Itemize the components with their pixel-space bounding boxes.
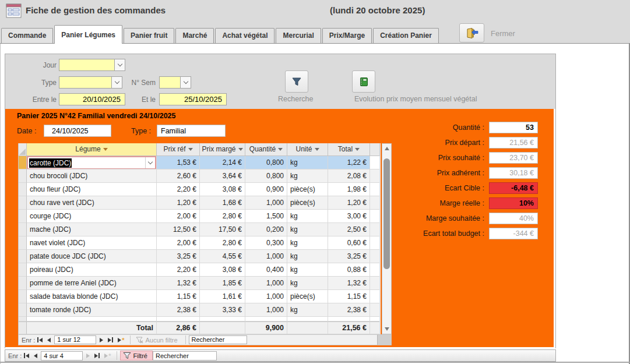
table-row[interactable]: mache (JDC)12,50 €17,50 €0,200kg2,50 € (19, 223, 381, 236)
cell-prix-marge[interactable]: 2,80 € (200, 236, 245, 250)
cell-prix-marge[interactable]: 3,33 € (200, 303, 245, 317)
row-selector[interactable] (19, 290, 27, 303)
column-dropdown-icon[interactable] (238, 148, 243, 151)
type-dropdown-button[interactable] (111, 77, 122, 88)
table-row[interactable]: chou brocoli (JDC)2,60 €3,64 €0,800kg2,0… (19, 169, 381, 183)
cell-prix-marge[interactable]: 17,50 € (200, 223, 245, 236)
cell-prix-ref[interactable]: 2,20 € (157, 183, 200, 196)
cell-prix-ref[interactable]: 2,38 € (157, 303, 200, 317)
cell-legume[interactable]: pomme de terre Aniel (JDC) (27, 277, 157, 290)
cell-prix-ref[interactable]: 3,25 € (157, 250, 200, 263)
type-field[interactable]: Familial (157, 125, 226, 137)
cell-prix-marge[interactable]: 3,64 € (200, 169, 245, 183)
cell-prix-marge[interactable]: 2,14 € (200, 156, 245, 169)
cell-unite[interactable]: kg (287, 250, 328, 263)
tab-mercurial[interactable]: Mercurial (276, 28, 321, 43)
summary-value[interactable]: -6,48 € (489, 182, 538, 194)
entre-le-date-field[interactable]: 20/10/2025 (59, 93, 125, 105)
cell-unite[interactable]: kg (287, 210, 328, 223)
cell-unite[interactable]: kg (287, 303, 328, 317)
column-header-4[interactable]: Quantité (245, 143, 287, 156)
table-row[interactable]: pomme de terre Aniel (JDC)1,32 €1,85 €1,… (19, 277, 381, 290)
column-header-1[interactable]: Légume (27, 143, 157, 156)
next-record-button[interactable] (100, 338, 103, 342)
cell-legume[interactable]: mache (JDC) (27, 223, 157, 236)
cell-legume[interactable]: patate douce JDC (JDC) (27, 250, 157, 263)
row-selector[interactable] (19, 210, 27, 223)
sem-combobox[interactable] (159, 76, 191, 89)
cell-legume[interactable]: courge (JDC) (27, 210, 157, 223)
tab-achat-v-g-tal[interactable]: Achat végétal (215, 28, 274, 43)
cell-quantite[interactable]: 0,400 (245, 263, 287, 277)
scroll-down-arrow[interactable] (382, 324, 391, 334)
table-row[interactable]: tomate ronde (JDC)2,38 €3,33 €1,000kg2,3… (19, 303, 381, 317)
cell-unite[interactable]: kg (287, 236, 328, 250)
column-dropdown-icon[interactable] (315, 148, 319, 151)
cell-unite[interactable]: kg (287, 263, 328, 277)
row-selector[interactable] (19, 236, 27, 250)
row-selector[interactable] (19, 263, 27, 277)
cell-legume[interactable]: chou brocoli (JDC) (27, 169, 157, 183)
cell-prix-marge[interactable]: 3,08 € (200, 263, 245, 277)
summary-value[interactable]: 30,18 € (489, 167, 538, 179)
cell-unite[interactable]: kg (287, 156, 328, 169)
form-search-input[interactable]: Rechercher (153, 351, 217, 361)
column-header-2[interactable]: Prix réf (157, 143, 200, 156)
cell-unite[interactable]: pièce(s) (287, 183, 328, 196)
legume-dropdown-button[interactable] (145, 157, 155, 168)
row-selector[interactable] (19, 169, 27, 183)
column-header-5[interactable]: Unité (287, 143, 328, 156)
et-le-date-field[interactable]: 25/10/2025 (159, 93, 227, 105)
cell-total[interactable]: 0,88 € (328, 263, 370, 277)
row-selector[interactable] (19, 303, 27, 317)
summary-value[interactable]: 40% (489, 213, 538, 224)
cell-legume[interactable]: carotte (JDC) (27, 156, 157, 169)
legume-combobox[interactable]: carotte (JDC) (27, 156, 156, 169)
summary-value[interactable]: 21,56 € (489, 137, 538, 149)
first-record-button[interactable] (24, 353, 29, 358)
table-row[interactable]: courge (JDC)2,00 €2,80 €1,500kg3,00 € (19, 210, 381, 223)
row-selector[interactable] (19, 277, 27, 290)
record-position[interactable]: 1 sur 12 (54, 335, 96, 344)
cell-quantite[interactable]: 1,500 (245, 210, 287, 223)
cell-prix-ref[interactable]: 1,15 € (157, 290, 200, 303)
cell-quantite[interactable]: 1,000 (245, 250, 287, 263)
sem-dropdown-button[interactable] (180, 77, 191, 88)
table-row[interactable]: patate douce JDC (JDC)3,25 €4,55 €1,000k… (19, 250, 381, 263)
first-record-button[interactable] (37, 337, 43, 342)
table-row[interactable]: salade batavia blonde (JDC)1,15 €1,61 €1… (19, 290, 381, 303)
table-row[interactable]: carotte (JDC)1,53 €2,14 €0,800kg1,22 € (19, 156, 381, 169)
cell-legume[interactable]: salade batavia blonde (JDC) (27, 290, 157, 303)
last-record-button[interactable] (94, 353, 100, 358)
cell-prix-marge[interactable]: 1,68 € (200, 196, 245, 210)
cell-quantite[interactable]: 0,200 (245, 223, 287, 236)
cell-prix-marge[interactable]: 1,85 € (200, 277, 245, 290)
cell-prix-marge[interactable]: 2,80 € (200, 210, 245, 223)
tab-commande[interactable]: Commande (1, 28, 53, 43)
cell-legume[interactable]: tomate ronde (JDC) (27, 303, 157, 317)
cell-legume[interactable]: navet violet (JDC) (27, 236, 157, 250)
cell-quantite[interactable]: 0,800 (245, 156, 287, 169)
table-row[interactable]: chou rave vert (JDC)1,20 €1,68 €1,000piè… (19, 196, 381, 210)
cell-prix-marge[interactable]: 4,55 € (200, 250, 245, 263)
subform-search-input[interactable]: Rechercher (189, 335, 247, 344)
summary-value[interactable]: 10% (489, 197, 538, 209)
row-selector[interactable] (19, 223, 27, 236)
tab-panier-l-gumes[interactable]: Panier Légumes (54, 25, 122, 44)
row-selector[interactable] (19, 196, 27, 210)
jour-dropdown-button[interactable] (114, 59, 125, 70)
tab-march-[interactable]: Marché (175, 28, 214, 43)
cell-prix-ref[interactable]: 1,20 € (157, 196, 200, 210)
cell-legume[interactable]: chou rave vert (JDC) (27, 196, 157, 210)
summary-value[interactable]: 53 (489, 122, 538, 133)
cell-quantite[interactable]: 0,300 (245, 236, 287, 250)
record-position[interactable]: 4 sur 4 (41, 351, 83, 361)
date-field[interactable]: 24/10/2025 (44, 125, 111, 137)
table-row[interactable]: navet violet (JDC)2,00 €2,80 €0,300kg0,6… (19, 236, 381, 250)
cell-quantite[interactable]: 1,000 (245, 290, 287, 303)
cell-total[interactable]: 1,15 € (328, 290, 370, 303)
jour-combobox[interactable] (59, 59, 125, 71)
no-filter-button[interactable]: Aucun filtre (133, 335, 182, 345)
cell-prix-marge[interactable]: 1,61 € (200, 290, 245, 303)
column-dropdown-icon[interactable] (278, 148, 283, 151)
